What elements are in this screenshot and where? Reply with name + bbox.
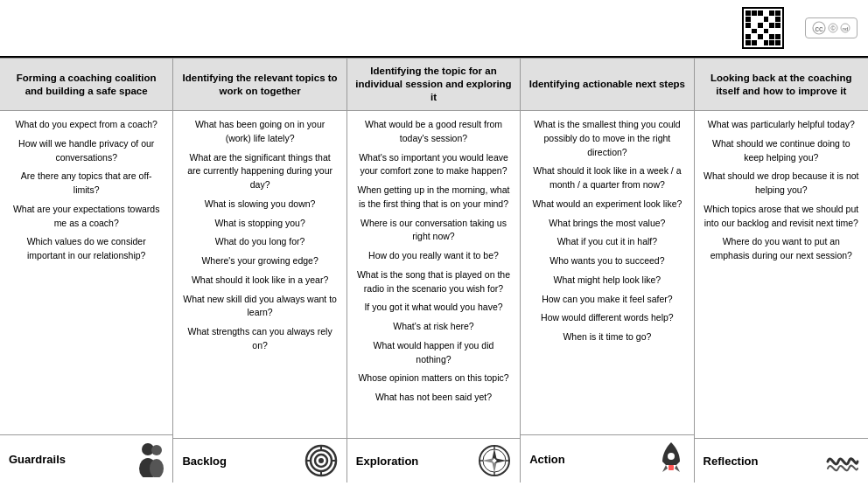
col-content-action: What is the smallest thing you could pos… [521,111,693,434]
column-reflection: Looking back at the coaching itself and … [695,59,868,483]
col-footer-action: Action [521,434,693,483]
col-footer-reflection: Reflection [695,438,868,483]
question-item: What would be a good result from today's… [356,118,511,146]
person-icon [132,441,164,477]
svg-marker-23 [494,458,507,463]
question-item: What are your expectations towards me as… [9,203,164,231]
question-item: What's so important you would leave your… [356,151,511,179]
question-item: If you got it what would you have? [356,301,511,315]
col-content-guardrails: What do you expect from a coach?How will… [0,111,172,434]
question-item: Where is our conversation taking us righ… [356,217,511,245]
wave-icon [826,444,859,477]
question-item: How will we handle privacy of our conver… [9,137,164,165]
question-item: What is the song that is played on the r… [356,268,511,296]
question-item: How can you make it feel safer? [529,293,684,307]
question-item: What should it look like in a week / a m… [529,164,684,192]
question-item: What should we drop because it is not he… [704,170,859,198]
footer-label-backlog: Backlog [182,455,227,468]
question-item: Who wants you to succeed? [529,254,684,268]
col-content-reflection: What was particularly helpful today?What… [695,111,868,438]
question-item: What are the significant things that are… [182,151,337,192]
question-item: What brings the most value? [529,217,684,231]
svg-rect-29 [668,465,674,470]
column-guardrails: Forming a coaching coalition and buildin… [0,59,173,483]
question-item: What has been going on in your (work) li… [182,118,337,146]
rocket-icon [657,441,685,477]
qr-code [742,7,784,49]
question-item: What might help look like? [529,274,684,288]
question-item: Are there any topics that are off-limits… [9,170,164,198]
question-item: What has not been said yet? [356,391,511,405]
question-item: When getting up in the morning, what is … [356,184,511,212]
svg-point-28 [668,453,675,460]
col-content-exploration: What would be a good result from today's… [347,111,520,438]
col-header-guardrails: Forming a coaching coalition and buildin… [0,59,172,111]
question-item: What should it look like in a year? [182,274,337,288]
cc-license-badge: cc © nd [805,17,858,38]
question-item: What would happen if you did nothing? [356,339,511,367]
question-item: What should we continue doing to keep he… [704,137,859,165]
svg-point-8 [151,445,162,455]
header: cc © nd [0,0,868,58]
question-item: What strengths can you always rely on? [182,325,337,353]
column-action: Identifying actionable next stepsWhat is… [521,59,694,483]
column-backlog: Identifying the relevant topics to work … [173,59,346,483]
question-item: Where's your growing edge? [182,254,337,268]
col-content-backlog: What has been going on in your (work) li… [173,111,346,438]
target-icon [304,444,338,477]
col-footer-exploration: Exploration [347,438,520,483]
question-item: When is it time to go? [529,330,684,344]
footer-label-action: Action [529,453,564,466]
footer-label-exploration: Exploration [356,455,419,468]
question-item: How would different words help? [529,311,684,325]
question-item: What is the smallest thing you could pos… [529,118,684,159]
svg-point-13 [318,458,324,463]
question-item: What would an experiment look like? [529,198,684,212]
question-item: What new skill did you always want to le… [182,293,337,321]
question-item: What do you long for? [182,235,337,249]
question-item: Which topics arose that we should put in… [704,203,859,231]
svg-text:©: © [830,25,836,31]
footer-label-reflection: Reflection [704,455,759,468]
footer-label-guardrails: Guardrails [9,453,66,466]
svg-text:nd: nd [843,26,849,31]
svg-point-9 [150,459,164,477]
svg-text:cc: cc [816,24,824,33]
question-item: Where do you want to put an emphasis dur… [704,235,859,263]
col-footer-backlog: Backlog [173,438,346,483]
question-item: How do you really want it to be? [356,249,511,263]
compass-icon [478,444,511,477]
question-item: What if you cut it in half? [529,235,684,249]
question-item: What was particularly helpful today? [704,118,859,132]
col-header-backlog: Identifying the relevant topics to work … [173,59,346,111]
col-header-reflection: Looking back at the coaching itself and … [695,59,868,111]
svg-marker-22 [482,458,494,463]
column-exploration: Identifying the topic for an individual … [347,59,521,483]
col-footer-guardrails: Guardrails [0,434,172,483]
col-header-exploration: Identifying the topic for an individual … [347,59,520,111]
question-item: Whose opinion matters on this topic? [356,371,511,385]
col-header-action: Identifying actionable next steps [521,59,693,111]
question-item: What do you expect from a coach? [9,118,164,132]
canvas-grid: Forming a coaching coalition and buildin… [0,58,868,483]
question-item: What is slowing you down? [182,198,337,212]
question-item: Which values do we consider important in… [9,235,164,263]
question-item: What's at risk here? [356,320,511,334]
question-item: What is stopping you? [182,217,337,231]
